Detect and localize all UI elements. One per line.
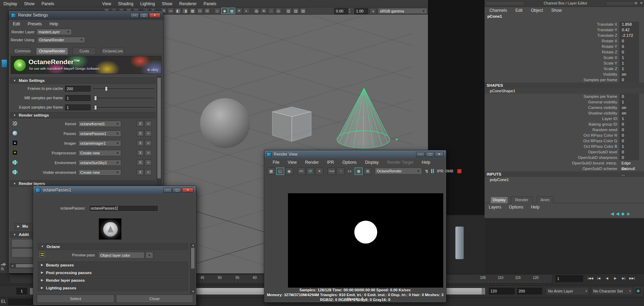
channel-value[interactable]: 1.858 <box>620 22 639 27</box>
cb-menu-edit[interactable]: Edit <box>513 7 525 14</box>
channel-value[interactable]: 1 <box>620 66 639 71</box>
create-empty-layer-icon[interactable]: ◆ <box>621 211 624 216</box>
panel-scrollbar[interactable] <box>455 226 464 260</box>
rgb-channels-icon[interactable]: RGB <box>328 168 336 175</box>
range-handle-right[interactable] <box>482 288 485 295</box>
safe-action-icon[interactable]: ⊡ <box>197 8 203 14</box>
refresh-ipr-icon[interactable]: ⟳ <box>306 168 314 175</box>
minimize-button[interactable]: — <box>130 13 139 18</box>
node-dropdown-passes[interactable]: octanePasses1▼ <box>78 130 121 137</box>
play-forwards-button[interactable]: ▶ <box>611 275 619 282</box>
joints-xray-icon[interactable]: ▧ <box>300 8 306 14</box>
selected-tool-indicator[interactable] <box>1 59 7 68</box>
connect-node-button[interactable]: > <box>145 121 152 127</box>
render-view-titlebar[interactable]: Render View — ▢ ✕ <box>264 150 446 159</box>
go-to-start-button[interactable]: |◀◀ <box>586 275 594 282</box>
scrollbar-thumb[interactable] <box>157 78 161 178</box>
clear-node-button[interactable]: X <box>137 150 144 156</box>
tab-common[interactable]: Common <box>14 48 31 54</box>
setting-field-frames-to-pre-cache[interactable]: 200 <box>65 86 91 92</box>
gamma-field[interactable]: 1.00 <box>354 8 368 14</box>
node-dropdown-visible-environment[interactable]: Create new▼ <box>78 169 121 176</box>
play-backwards-button[interactable]: ◀ <box>603 275 611 282</box>
le-menu-options[interactable]: Options <box>507 204 525 210</box>
close-button[interactable]: Close <box>116 295 193 303</box>
view-transform-dropdown[interactable]: sRGB gamma ▼ <box>378 8 427 14</box>
go-to-end-button[interactable]: ▶▶| <box>628 275 636 282</box>
layer-tab-anim[interactable]: Anim <box>537 196 553 203</box>
alpha-channel-icon[interactable]: ◔ <box>337 168 345 175</box>
viewport-menu-lighting[interactable]: Lighting <box>138 1 157 7</box>
gate-mask-icon[interactable]: ◨ <box>182 8 189 14</box>
scroll-up-icon[interactable]: ▲ <box>192 244 195 247</box>
rs-menu-presets[interactable]: Presets <box>26 21 44 27</box>
render-using-dropdown[interactable]: OctaneRender ▼ <box>37 37 85 43</box>
depth-of-field-icon[interactable]: ◎ <box>275 8 282 14</box>
channel-value[interactable]: 0 <box>620 49 639 55</box>
snapshot-icon[interactable]: ◉ <box>285 168 293 175</box>
range-end-field[interactable]: 200 <box>517 288 542 295</box>
preview-pass-icon[interactable] <box>40 252 45 257</box>
setting-box[interactable] <box>11 248 33 257</box>
command-input[interactable] <box>8 299 33 305</box>
cb-menu-object[interactable]: Object <box>529 7 545 14</box>
render-settings-titlebar[interactable]: Render Settings — ▢ ✕ <box>9 11 163 20</box>
pass-section-render-layer-passes[interactable]: ▶Render layer passes <box>38 277 188 283</box>
lights-icon[interactable]: ☀ <box>236 8 242 14</box>
pass-section-post-processing-passes[interactable]: ▶Post processing passes <box>38 269 188 276</box>
viewport-menu-panels[interactable]: Panels <box>201 1 218 7</box>
viewport-menu-view[interactable]: View <box>100 1 113 7</box>
channel-value[interactable]: 0 <box>620 133 639 138</box>
slider-handle[interactable] <box>94 96 97 101</box>
channel-value[interactable]: 1 <box>620 60 639 66</box>
color-management-icon[interactable]: ◑ <box>370 8 376 14</box>
node-dropdown-imager[interactable]: octaneImager1▼ <box>78 140 121 146</box>
close-button[interactable]: ✕ <box>435 152 444 157</box>
film-gate-icon[interactable]: ▭ <box>167 8 174 14</box>
rs-menu-help[interactable]: Help <box>47 21 60 27</box>
motion-blur-icon[interactable]: ≋ <box>261 8 267 14</box>
tab-octanerender[interactable]: OctaneRender <box>36 48 68 54</box>
selected-object-name[interactable]: pCone1 <box>487 14 502 18</box>
range-start-field[interactable]: 1 <box>16 288 27 295</box>
close-button[interactable]: ✕ <box>149 13 160 18</box>
rv-menu-options[interactable]: Options <box>340 159 359 165</box>
resolution-gate-icon[interactable]: ◧ <box>175 8 181 14</box>
rv-menu-file[interactable]: File <box>271 159 281 165</box>
move-layer-down-icon[interactable]: ◀ <box>616 211 619 216</box>
channel-value[interactable]: 0 <box>620 94 639 99</box>
channel-value[interactable]: 0.42 <box>620 27 639 33</box>
rv-menu-view[interactable]: View <box>286 159 299 165</box>
pause-ipr-icon[interactable] <box>431 169 434 173</box>
channel-value[interactable]: Edge an... <box>620 160 639 166</box>
shadows-icon[interactable]: ◐ <box>243 8 250 14</box>
channel-value[interactable]: 1 <box>620 144 639 149</box>
field-chart-icon[interactable]: ▦ <box>189 8 196 14</box>
close-panel-icon[interactable]: ✕ <box>640 1 643 5</box>
stop-render-icon[interactable] <box>457 169 462 173</box>
multisample-icon[interactable]: ∴ <box>268 8 274 14</box>
node-dropdown-environment[interactable]: octaneSunSky1▼ <box>78 160 121 166</box>
clear-node-button[interactable]: X <box>137 140 144 146</box>
character-set-dropdown[interactable]: No Character Set ▾ <box>591 287 633 295</box>
screen-ao-icon[interactable]: ◍ <box>253 8 260 14</box>
render-icon[interactable]: ▦ <box>267 168 275 175</box>
rv-menu-ipr[interactable]: IPR <box>325 159 336 165</box>
render-image-area[interactable] <box>288 193 443 288</box>
isolate-select-icon[interactable]: ▥ <box>285 8 292 14</box>
viewport-menu-show[interactable]: Show <box>160 1 174 7</box>
create-layer-from-selected-icon[interactable]: ◈ <box>627 211 630 216</box>
one-to-one-icon[interactable]: 1:1 <box>346 168 354 175</box>
remove-image-icon[interactable]: ⊠ <box>364 168 372 175</box>
viewport-menu-shading[interactable]: Shading <box>116 1 135 7</box>
setting-slider-frames-to-pre-cache[interactable] <box>93 88 154 90</box>
channel-value[interactable]: 0 <box>620 155 639 160</box>
select-button[interactable]: Select <box>37 295 114 303</box>
rv-menu-help[interactable]: Help <box>420 159 432 165</box>
tab-cuda-devices[interactable]: Cuda Devices <box>73 48 96 54</box>
layer-tab-display[interactable]: Display <box>490 196 508 203</box>
maximize-button[interactable]: ▢ <box>173 188 181 193</box>
layer-list-area[interactable] <box>485 218 644 273</box>
channel-value[interactable]: 1 <box>620 55 639 60</box>
rs-menu-edit[interactable]: Edit <box>11 21 22 27</box>
